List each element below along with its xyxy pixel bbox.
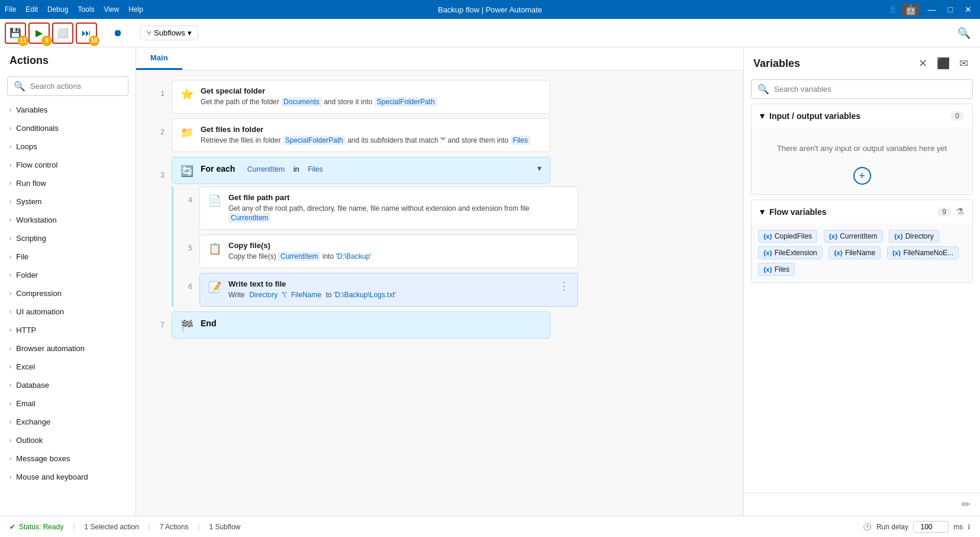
sidebar-item-file[interactable]: › File <box>0 247 136 266</box>
foreach-collapse[interactable]: ▾ <box>537 163 541 173</box>
step-card-highlighted[interactable]: 📝 Write text to file Write Directory '\'… <box>199 273 578 307</box>
sidebar-item-loops[interactable]: › Loops <box>0 137 136 156</box>
step-number: 5 <box>178 234 192 252</box>
variables-close-button[interactable]: ✕ <box>916 54 930 72</box>
vars-search-box[interactable]: 🔍 <box>751 79 973 99</box>
tab-main[interactable]: Main <box>136 47 182 70</box>
save-button[interactable]: 💾 11 <box>5 22 26 44</box>
step-card[interactable]: ⭐ Get special folder Get the path of the… <box>172 80 550 114</box>
flow-count: 9 <box>937 207 951 217</box>
actions-panel: Actions 🔍 › Variables › Conditionals › L… <box>0 47 136 516</box>
io-section-header[interactable]: ▾ Input / output variables 0 <box>752 104 972 127</box>
search-variables-input[interactable] <box>774 85 966 94</box>
sidebar-item-label: Conditionals <box>16 124 59 133</box>
sidebar-item-email[interactable]: › Email <box>0 394 136 413</box>
sidebar-item-label: Folder <box>16 271 38 279</box>
sidebar-item-message-boxes[interactable]: › Message boxes <box>0 449 136 468</box>
sidebar-item-outlook[interactable]: › Outlook <box>0 431 136 449</box>
subflows-chevron: ▾ <box>188 28 192 37</box>
step-var-files: Files <box>511 136 530 145</box>
end-card[interactable]: 🏁 End <box>172 311 550 339</box>
flow-section-title: Flow variables <box>769 207 933 217</box>
step-icon-folder: 📁 <box>180 126 194 139</box>
foreach-header: 3 🔄 For each CurrentItem in Files ▾ <box>150 157 729 184</box>
sidebar-item-database[interactable]: › Database <box>0 376 136 394</box>
step-more-button[interactable]: ⋮ <box>559 279 569 292</box>
menu-edit[interactable]: Edit <box>25 5 38 14</box>
add-io-variable-button[interactable]: + <box>853 167 871 185</box>
step-card[interactable]: 📁 Get files in folder Retrieve the files… <box>172 118 550 152</box>
step-desc: Copy the file(s) CurrentItem into 'D:\Ba… <box>228 252 569 262</box>
subflows-icon: ⑂ <box>147 28 151 37</box>
close-btn[interactable]: ✕ <box>961 4 975 15</box>
sidebar-item-exchange[interactable]: › Exchange <box>0 413 136 431</box>
step-title: Copy file(s) <box>228 241 569 250</box>
minimize-btn[interactable]: — <box>924 4 940 15</box>
record-button[interactable]: ⏺ <box>107 22 128 44</box>
var-chip-icon: {x} <box>829 233 838 240</box>
eraser-button[interactable]: ✏ <box>962 498 971 511</box>
sidebar-item-flow-control[interactable]: › Flow control <box>0 156 136 174</box>
flow-vars-list: {x} CopiedFiles {x} CurrentItem {x} Dire… <box>752 223 972 282</box>
sidebar-item-label: Excel <box>16 362 35 371</box>
var-chip-files[interactable]: {x} Files <box>758 263 795 276</box>
step-number: 7 <box>150 311 165 329</box>
menu-debug[interactable]: Debug <box>47 5 68 14</box>
step-var-currentitem: CurrentItem <box>228 213 270 223</box>
maximize-btn[interactable]: □ <box>944 4 956 15</box>
chevron-icon: › <box>9 143 11 150</box>
step-body: Copy file(s) Copy the file(s) CurrentIte… <box>228 241 569 262</box>
sidebar-item-scripting[interactable]: › Scripting <box>0 229 136 247</box>
menu-tools[interactable]: Tools <box>78 5 94 14</box>
step-card[interactable]: 📄 Get file path part Get any of the root… <box>199 186 578 230</box>
var-chip-filenamenoe[interactable]: {x} FileNameNoE... <box>887 246 959 259</box>
menu-help[interactable]: Help <box>128 5 143 14</box>
sidebar-item-mouse-keyboard[interactable]: › Mouse and keyboard <box>0 468 136 486</box>
menu-view[interactable]: View <box>104 5 119 14</box>
flow-section-header[interactable]: ▾ Flow variables 9 ⚗ <box>752 200 972 223</box>
subflows-button[interactable]: ⑂ Subflows ▾ <box>140 25 198 40</box>
sidebar-item-folder[interactable]: › Folder <box>0 266 136 284</box>
foreach-card[interactable]: 🔄 For each CurrentItem in Files ▾ <box>172 157 550 184</box>
filter-icon[interactable]: ⚗ <box>956 206 964 217</box>
step-number: 6 <box>178 273 192 291</box>
foreach-container: 3 🔄 For each CurrentItem in Files ▾ <box>150 157 729 307</box>
sidebar-item-compression[interactable]: › Compression <box>0 284 136 303</box>
sidebar-item-conditionals[interactable]: › Conditionals <box>0 119 136 137</box>
sidebar-item-excel[interactable]: › Excel <box>0 358 136 376</box>
var-chip-copiedfiles[interactable]: {x} CopiedFiles <box>758 230 817 243</box>
flow-variables-section: ▾ Flow variables 9 ⚗ {x} CopiedFiles {x}… <box>751 200 973 283</box>
sidebar-item-ui-automation[interactable]: › UI automation <box>0 303 136 321</box>
var-chip-filename[interactable]: {x} FileName <box>829 246 881 259</box>
sidebar-item-browser-automation[interactable]: › Browser automation <box>0 339 136 358</box>
var-chip-icon: {x} <box>763 233 772 240</box>
sidebar-item-system[interactable]: › System <box>0 192 136 211</box>
actions-title: Actions <box>0 47 136 72</box>
stop-button[interactable]: ⬜ <box>52 22 73 44</box>
envelope-icon[interactable]: ✉ <box>957 54 971 72</box>
actions-search-box[interactable]: 🔍 <box>7 76 128 96</box>
chevron-icon: › <box>9 198 11 205</box>
search-icon: 🔍 <box>14 81 25 92</box>
flow-tabs: Main <box>136 47 743 70</box>
io-count: 0 <box>950 111 964 121</box>
sidebar-item-variables[interactable]: › Variables <box>0 101 136 119</box>
sidebar-item-workstation[interactable]: › Workstation <box>0 211 136 229</box>
foreach-var2: Files <box>305 165 325 174</box>
run-delay-input[interactable] <box>913 521 949 533</box>
run-button[interactable]: ▶ 9 <box>28 22 50 44</box>
step-card[interactable]: 📋 Copy file(s) Copy the file(s) CurrentI… <box>199 234 578 268</box>
var-chip-currentitem[interactable]: {x} CurrentItem <box>824 230 883 243</box>
next-button[interactable]: ⏭ 10 <box>76 22 97 44</box>
search-actions-input[interactable] <box>30 82 122 91</box>
var-chip-directory[interactable]: {x} Directory <box>889 230 939 243</box>
statusbar-right: 🕐 Run delay ms ℹ <box>863 521 971 533</box>
sidebar-item-label: Browser automation <box>16 344 85 353</box>
search-icon: 🔍 <box>757 83 769 95</box>
layers-icon[interactable]: ⬛ <box>934 54 952 72</box>
sidebar-item-run-flow[interactable]: › Run flow <box>0 174 136 192</box>
sidebar-item-http[interactable]: › HTTP <box>0 321 136 339</box>
var-chip-fileextension[interactable]: {x} FileExtension <box>758 246 823 259</box>
menu-file[interactable]: File <box>5 5 16 14</box>
toolbar-search-button[interactable]: 🔍 <box>953 24 975 42</box>
